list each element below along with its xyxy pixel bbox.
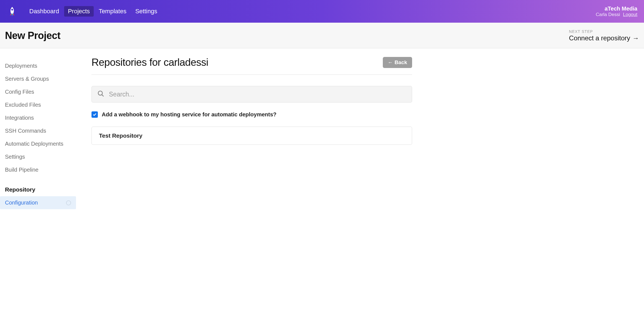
- nav-templates[interactable]: Templates: [95, 6, 130, 17]
- main-content: Repositories for carladessi ← Back Add: [76, 48, 417, 209]
- search-input[interactable]: [109, 91, 406, 98]
- sidebar-item-integrations[interactable]: Integrations: [0, 111, 76, 124]
- next-step-label: NEXT STEP: [569, 29, 639, 34]
- back-button-label: Back: [395, 59, 407, 66]
- webhook-checkbox[interactable]: [91, 111, 98, 118]
- svg-point-0: [11, 9, 13, 11]
- next-step-link[interactable]: Connect a repository →: [569, 34, 639, 42]
- search-icon: [97, 90, 104, 98]
- sidebar-item-excluded-files[interactable]: Excluded Files: [0, 98, 76, 111]
- sidebar-item-settings[interactable]: Settings: [0, 150, 76, 163]
- nav-dashboard[interactable]: Dashboard: [25, 6, 63, 17]
- user-name: Carla Dessi: [596, 12, 620, 17]
- sidebar-heading-repository: Repository: [0, 176, 76, 196]
- sidebar-item-deployments[interactable]: Deployments: [0, 59, 76, 72]
- nav-projects[interactable]: Projects: [64, 6, 94, 17]
- logout-link[interactable]: Logout: [623, 12, 637, 17]
- arrow-right-icon: →: [632, 34, 639, 42]
- page-title: New Project: [5, 30, 61, 41]
- sidebar-item-config-files[interactable]: Config Files: [0, 85, 76, 98]
- user-row: Carla Dessi Logout: [596, 12, 637, 17]
- main-nav: Dashboard Projects Templates Settings: [25, 6, 161, 17]
- header-right: aTech Media Carla Dessi Logout: [596, 6, 637, 17]
- app-logo[interactable]: [7, 6, 18, 17]
- svg-line-2: [102, 95, 104, 96]
- sidebar-item-servers[interactable]: Servers & Groups: [0, 72, 76, 85]
- repo-item[interactable]: Test Repository: [91, 127, 412, 145]
- next-step-block[interactable]: NEXT STEP Connect a repository →: [569, 29, 639, 42]
- sidebar: Deployments Servers & Groups Config File…: [0, 48, 76, 209]
- arrow-left-icon: ←: [388, 59, 393, 66]
- sidebar-item-build-pipeline[interactable]: Build Pipeline: [0, 163, 76, 176]
- back-button[interactable]: ← Back: [383, 57, 412, 68]
- nav-settings[interactable]: Settings: [131, 6, 161, 17]
- body: Deployments Servers & Groups Config File…: [0, 48, 644, 209]
- svg-point-1: [98, 91, 102, 95]
- sidebar-item-configuration[interactable]: Configuration: [0, 196, 76, 209]
- main-title: Repositories for carladessi: [91, 57, 208, 68]
- header-left: Dashboard Projects Templates Settings: [7, 6, 161, 17]
- org-name: aTech Media: [596, 6, 637, 12]
- next-step-text: Connect a repository: [569, 34, 630, 42]
- search-wrapper[interactable]: [91, 86, 412, 103]
- top-header: Dashboard Projects Templates Settings aT…: [0, 0, 644, 23]
- webhook-checkbox-label[interactable]: Add a webhook to my hosting service for …: [102, 111, 276, 118]
- sidebar-subitem-label: Configuration: [5, 200, 38, 206]
- sidebar-item-ssh-commands[interactable]: SSH Commands: [0, 124, 76, 137]
- spinner-icon: [66, 200, 71, 205]
- subheader: New Project NEXT STEP Connect a reposito…: [0, 23, 644, 48]
- sidebar-item-auto-deployments[interactable]: Automatic Deployments: [0, 137, 76, 150]
- webhook-checkbox-row: Add a webhook to my hosting service for …: [91, 111, 412, 118]
- main-header: Repositories for carladessi ← Back: [91, 57, 412, 75]
